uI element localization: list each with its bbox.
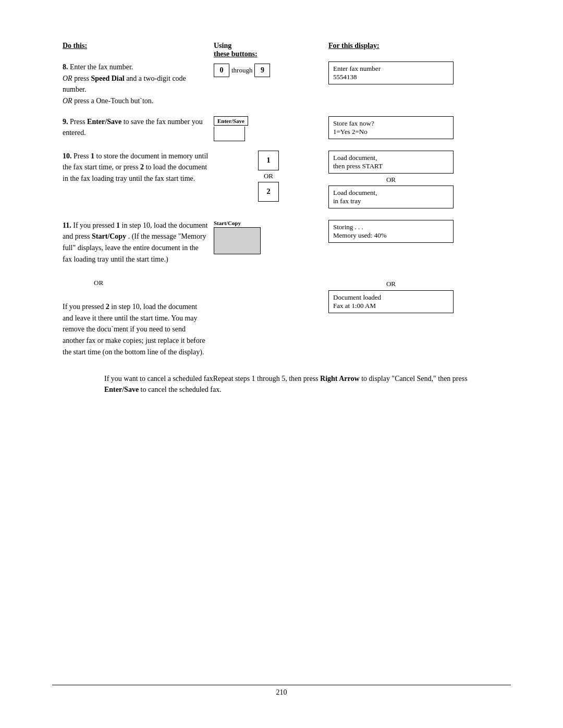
step10-bold2: 2 <box>140 163 144 171</box>
btn-9[interactable]: 9 <box>254 64 270 77</box>
do-this-label: Do this: <box>63 42 87 50</box>
step8-number: 8. <box>63 63 68 71</box>
step10-bold1: 1 <box>91 152 94 160</box>
btn-2[interactable]: 2 <box>258 182 279 202</box>
step10-text1: Press <box>74 152 91 160</box>
step11-bold4: 2 <box>106 303 109 311</box>
cancel-bold1: Right Arrow <box>320 375 360 382</box>
step11-text1: If you pressed <box>73 221 116 229</box>
step9-display-content: Store fax now? 1=Yes 2=No <box>328 116 454 141</box>
step11-do-content: 11. If you pressed 1 in step 10, load th… <box>63 220 214 358</box>
step10-display1-line2: then press START <box>333 162 383 170</box>
step10-display1-box: Load document, then press START <box>328 151 454 174</box>
step10-or-display: OR <box>328 176 454 184</box>
step8-do-content: 8. Enter the fax number. OR press Speed … <box>63 61 214 107</box>
step11-display2-box: Document loaded Fax at 1:00 AM <box>328 290 454 313</box>
step9-number: 9. <box>63 118 68 126</box>
step8-display-line2: 5554138 <box>333 73 357 81</box>
col-display-header: For this display: <box>328 42 454 58</box>
step10-display2-box: Load document, in fax tray <box>328 186 454 208</box>
page: Do this: Using these buttons: For this d… <box>0 0 563 728</box>
page-number: 210 <box>276 688 287 696</box>
step9-display-box: Store fax now? 1=Yes 2=No <box>328 116 454 139</box>
step11-display1-line1: Storing . . . <box>333 223 363 231</box>
step10-display2-line1: Load document, <box>333 189 377 196</box>
step11-text5: in step 10, load the document and leave … <box>63 303 205 356</box>
step8-main-text: Enter the fax number. <box>70 63 133 71</box>
column-headers: Do this: Using these buttons: For this d… <box>63 42 511 58</box>
cancel-text4: to cancel the scheduled fax. <box>139 386 222 393</box>
btn-enter-save-body[interactable] <box>214 127 245 141</box>
step11-bold2: Start/Copy <box>92 232 126 240</box>
step10-display2-line2: in fax tray <box>333 197 361 205</box>
cancel-note: If you want to cancel a scheduled faxRep… <box>104 373 469 395</box>
step10-do-content: 10. Press 1 to store the document in mem… <box>63 151 214 184</box>
btn-enter-save-label[interactable]: Enter/Save <box>214 116 248 126</box>
cancel-text2: Repeat steps 1 through 5, then press <box>213 375 320 382</box>
step9-text1: Press <box>70 118 87 126</box>
cancel-bold2: Enter/Save <box>104 386 139 393</box>
step8-buttons-content: 0 through 9 <box>214 61 328 79</box>
step11-display1-box: Storing . . . Memory used: 40% <box>328 220 454 243</box>
step8-or1-italic: OR <box>63 75 72 82</box>
step8-or1-text: press <box>74 75 91 82</box>
step8-row: 8. Enter the fax number. OR press Speed … <box>63 61 511 107</box>
step8-display-line1: Enter fax number <box>333 65 381 72</box>
btn-1[interactable]: 1 <box>258 151 279 170</box>
col-buttons-header: Using these buttons: <box>214 42 328 58</box>
step8-btn-row: 0 through 9 <box>214 64 270 77</box>
cancel-text3: to display "Cancel Send," then press <box>360 375 468 382</box>
using-label: Using <box>214 42 328 50</box>
step11-display-content: Storing . . . Memory used: 40% OR Docume… <box>328 220 454 315</box>
step11-or-middle: OR <box>94 278 209 288</box>
step9-bold1: Enter/Save <box>87 118 121 126</box>
step10-buttons-content: 1 OR 2 <box>214 151 328 202</box>
step8-display-content: Enter fax number 5554138 <box>328 61 454 87</box>
step11-buttons-content: Start/Copy <box>214 220 328 254</box>
cancel-text1: If you want to cancel a scheduled fax <box>104 375 213 382</box>
step11-display1-line2: Memory used: 40% <box>333 231 387 239</box>
step11-or-display: OR <box>328 280 454 288</box>
step9-buttons-content: Enter/Save <box>214 116 328 141</box>
step10-display-content: Load document, then press START OR Load … <box>328 151 454 211</box>
step11-text4: If you pressed <box>63 303 106 311</box>
step10-row: 10. Press 1 to store the document in mem… <box>63 151 511 211</box>
step10-or-middle: OR <box>264 172 273 180</box>
step10-number: 10. <box>63 152 72 160</box>
col-do-header: Do this: <box>63 42 214 58</box>
step8-speed-dial: Speed Dial <box>91 75 124 82</box>
step10-display1-line1: Load document, <box>333 154 377 162</box>
step8-or2-italic: OR <box>63 97 72 105</box>
step9-display-line2: 1=Yes 2=No <box>333 128 368 135</box>
step9-row: 9. Press Enter/Save to save the fax numb… <box>63 116 511 141</box>
for-this-display-label: For this display: <box>328 42 380 50</box>
step11-row: 11. If you pressed 1 in step 10, load th… <box>63 220 511 358</box>
step11-number: 11. <box>63 221 71 229</box>
footer: 210 <box>52 685 511 697</box>
btn-0[interactable]: 0 <box>214 64 229 77</box>
btn-start-copy-label: Start/Copy <box>214 220 241 226</box>
step11-bold1: 1 <box>116 221 120 229</box>
these-buttons-label: these buttons: <box>214 50 328 58</box>
step9-do-content: 9. Press Enter/Save to save the fax numb… <box>63 116 214 139</box>
btn-through-text: through <box>231 66 252 75</box>
step8-display-box: Enter fax number 5554138 <box>328 61 454 84</box>
step9-display-line1: Store fax now? <box>333 119 374 127</box>
step8-or2-text: press a One-Touch but`ton. <box>74 97 153 105</box>
btn-start-copy[interactable] <box>214 227 261 254</box>
step11-display2-line1: Document loaded <box>333 293 381 301</box>
step11-display2-line2: Fax at 1:00 AM <box>333 302 376 310</box>
